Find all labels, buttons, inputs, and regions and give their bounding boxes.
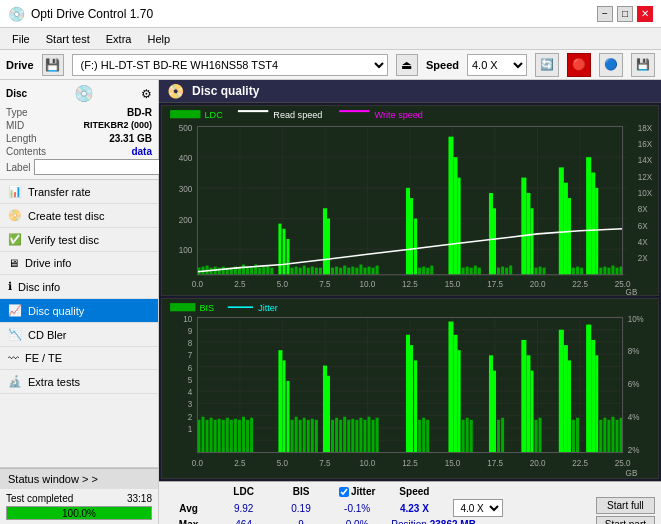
- disc-quality-icon: 📈: [8, 304, 22, 317]
- svg-rect-207: [343, 417, 346, 453]
- minimize-button[interactable]: −: [597, 6, 613, 22]
- svg-text:8%: 8%: [628, 347, 640, 356]
- svg-rect-137: [170, 303, 195, 311]
- menu-file[interactable]: File: [4, 31, 38, 47]
- menu-help[interactable]: Help: [139, 31, 178, 47]
- progress-time: 33:18: [127, 493, 152, 504]
- svg-rect-227: [470, 420, 473, 453]
- svg-text:20.0: 20.0: [530, 280, 546, 289]
- start-part-button[interactable]: Start part: [596, 516, 655, 524]
- app-title: Opti Drive Control 1.70: [31, 7, 153, 21]
- nav-disc-info[interactable]: ℹ Disc info: [0, 275, 158, 299]
- svg-rect-231: [501, 418, 504, 453]
- refresh-button[interactable]: 🔄: [535, 53, 559, 77]
- svg-rect-230: [497, 420, 500, 453]
- nav-verify-test-disc[interactable]: ✅ Verify test disc: [0, 228, 158, 252]
- maximize-button[interactable]: □: [617, 6, 633, 22]
- svg-rect-212: [363, 420, 366, 453]
- content-area: 📀 Disc quality LDC Read speed Write spee…: [159, 80, 661, 524]
- svg-rect-206: [339, 420, 342, 453]
- close-button[interactable]: ✕: [637, 6, 653, 22]
- svg-rect-232: [521, 340, 526, 453]
- svg-rect-195: [291, 420, 294, 453]
- nav-items: 📊 Transfer rate 📀 Create test disc ✅ Ver…: [0, 180, 158, 467]
- svg-rect-237: [559, 330, 564, 453]
- svg-text:25.0: 25.0: [615, 459, 631, 468]
- chart-bis: BIS Jitter: [161, 298, 659, 479]
- nav-cd-bler[interactable]: 📉 CD Bler: [0, 323, 158, 347]
- svg-rect-187: [234, 419, 237, 453]
- fe-te-icon: 〰: [8, 352, 19, 364]
- speed-select-small[interactable]: 4.0 X: [453, 499, 503, 517]
- svg-rect-226: [466, 418, 469, 453]
- svg-rect-244: [595, 356, 598, 453]
- nav-fe-te[interactable]: 〰 FE / TE: [0, 347, 158, 370]
- svg-text:9: 9: [188, 327, 193, 336]
- length-value: 23.31 GB: [109, 133, 152, 144]
- svg-text:17.5: 17.5: [487, 280, 503, 289]
- drive-select[interactable]: (F:) HL-DT-ST BD-RE WH16NS58 TST4: [72, 54, 388, 76]
- svg-rect-229: [493, 371, 496, 453]
- svg-rect-124: [576, 267, 579, 275]
- avg-speed: 4.23 X: [387, 498, 441, 518]
- progress-area: Test completed 33:18 100.0%: [0, 489, 158, 524]
- col-ldc-header: LDC: [212, 485, 275, 498]
- create-test-disc-icon: 📀: [8, 209, 22, 222]
- nav-create-test-disc[interactable]: 📀 Create test disc: [0, 204, 158, 228]
- svg-rect-71: [291, 268, 294, 275]
- speed-select[interactable]: 4.0 X: [467, 54, 527, 76]
- svg-rect-220: [422, 418, 425, 453]
- status-window: Status window > > Test completed 33:18 1…: [0, 467, 158, 524]
- menu-bar: File Start test Extra Help: [0, 28, 661, 50]
- stats-row: LDC BIS Jitter Speed: [165, 485, 655, 524]
- menu-start-test[interactable]: Start test: [38, 31, 98, 47]
- svg-rect-125: [580, 268, 583, 275]
- svg-rect-201: [315, 420, 318, 453]
- svg-rect-189: [242, 417, 245, 453]
- svg-text:5.0: 5.0: [277, 459, 289, 468]
- contents-value[interactable]: data: [131, 146, 152, 157]
- svg-rect-205: [335, 418, 338, 453]
- svg-rect-222: [448, 322, 453, 453]
- svg-rect-238: [564, 345, 568, 452]
- svg-rect-61: [246, 268, 249, 275]
- svg-rect-85: [347, 268, 350, 275]
- svg-rect-80: [327, 219, 330, 275]
- nav-drive-info-label: Drive info: [25, 257, 71, 269]
- drive-icon-btn[interactable]: 💾: [42, 54, 64, 76]
- nav-drive-info[interactable]: 🖥 Drive info: [0, 252, 158, 275]
- mid-label: MID: [6, 120, 24, 131]
- svg-rect-60: [242, 265, 245, 275]
- svg-rect-92: [376, 266, 379, 275]
- jitter-checkbox[interactable]: [339, 487, 349, 497]
- save-button[interactable]: 💾: [631, 53, 655, 77]
- nav-transfer-rate[interactable]: 📊 Transfer rate: [0, 180, 158, 204]
- status-window-header[interactable]: Status window > >: [0, 468, 158, 489]
- scan-button[interactable]: 🔵: [599, 53, 623, 77]
- svg-text:17.5: 17.5: [487, 459, 503, 468]
- nav-cd-bler-label: CD Bler: [28, 329, 67, 341]
- svg-text:100: 100: [179, 246, 193, 255]
- svg-rect-118: [539, 267, 542, 275]
- svg-text:Write speed: Write speed: [375, 110, 423, 120]
- settings-button[interactable]: 🔴: [567, 53, 591, 77]
- eject-button[interactable]: ⏏: [396, 54, 418, 76]
- disc-quality-header: 📀 Disc quality: [159, 80, 661, 103]
- nav-disc-quality[interactable]: 📈 Disc quality: [0, 299, 158, 323]
- stats-table: LDC BIS Jitter Speed: [165, 485, 588, 524]
- svg-rect-81: [331, 268, 334, 275]
- extra-tests-icon: 🔬: [8, 375, 22, 388]
- start-full-button[interactable]: Start full: [596, 497, 655, 514]
- svg-rect-190: [246, 420, 249, 453]
- label-input[interactable]: [34, 159, 167, 175]
- svg-rect-84: [343, 266, 346, 275]
- svg-text:2: 2: [188, 413, 193, 422]
- svg-text:15.0: 15.0: [445, 459, 461, 468]
- menu-extra[interactable]: Extra: [98, 31, 140, 47]
- max-bis: 9: [275, 518, 327, 524]
- svg-rect-82: [335, 267, 338, 275]
- svg-rect-117: [535, 268, 538, 275]
- avg-jitter: -0.1%: [327, 498, 387, 518]
- svg-text:GB: GB: [626, 469, 638, 478]
- nav-extra-tests[interactable]: 🔬 Extra tests: [0, 370, 158, 394]
